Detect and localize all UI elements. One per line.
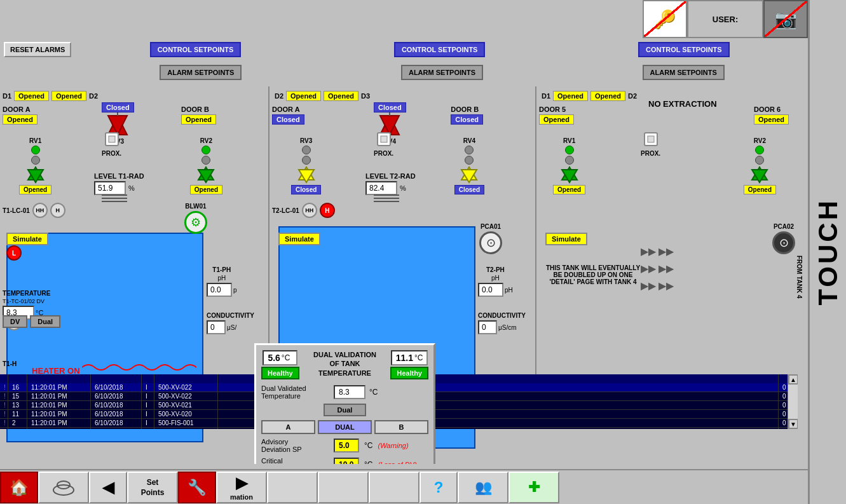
s3-d1-status[interactable]: Opened: [553, 91, 588, 101]
popup-title-area: DUAL VALIDATION OF TANK TEMPERATURE: [303, 350, 387, 378]
s2-d2-status[interactable]: Opened: [286, 91, 321, 101]
health-button[interactable]: ✚: [508, 472, 559, 503]
s3-rv2-indicator2: [755, 156, 764, 165]
s1-dv-button[interactable]: DV: [3, 315, 27, 328]
s2-h-circle: H: [320, 203, 335, 218]
popup-advisory-unit: °C: [364, 441, 372, 450]
popup-tab-a[interactable]: A: [261, 420, 315, 434]
alarm-setpoints-3-button[interactable]: ALARM SETPOINTS: [643, 65, 725, 80]
s1-rv1-status[interactable]: Opened: [19, 185, 51, 194]
s1-blw01-label: BLW01: [185, 203, 206, 210]
s2-rv4-valve-icon: [460, 166, 478, 184]
s2-level-value: 82.4: [365, 181, 397, 195]
s3-d1-label: D1: [542, 92, 550, 100]
alarm-scroll-up[interactable]: ▲: [788, 374, 798, 385]
s2-cond-label: CONDUCTIVITY: [478, 312, 526, 319]
s2-door-b-status[interactable]: Closed: [451, 114, 483, 125]
s2-d3-status[interactable]: Opened: [324, 91, 358, 101]
popup-sensor-b-status[interactable]: Healthy: [390, 367, 428, 379]
users-button[interactable]: 👥: [458, 472, 508, 503]
s2-door-a-label: DOOR A: [272, 106, 304, 113]
s1-rv2-status[interactable]: Opened: [190, 185, 222, 194]
s1-rv2-label: RV2: [200, 137, 212, 144]
s1-simulate-button[interactable]: Simulate: [6, 233, 48, 245]
s3-rv2-label: RV2: [754, 137, 766, 144]
control-setpoints-2-button[interactable]: CONTROL SETPOINTS: [394, 42, 486, 57]
s2-door-a-status[interactable]: Closed: [272, 114, 304, 125]
popup-tab-dual[interactable]: DUAL: [318, 420, 372, 434]
popup-title-line1: DUAL VALIDATION: [306, 350, 385, 359]
s2-rv4-indicator: [465, 146, 474, 154]
plant-button[interactable]: [38, 472, 89, 503]
set-points-button[interactable]: Set Points: [127, 472, 178, 503]
s3-door6-status[interactable]: Opened: [754, 114, 789, 125]
svg-rect-21: [648, 136, 654, 142]
s2-rv3-status[interactable]: Closed: [291, 185, 321, 194]
set-points-label-line1: Set: [147, 478, 159, 487]
s1-door-a-status[interactable]: Opened: [3, 114, 38, 125]
s2-simulate-button[interactable]: Simulate: [278, 233, 320, 245]
section1-level: LEVEL T1-RAD 51.9 %: [94, 172, 144, 195]
spacer-btn-3[interactable]: [369, 472, 420, 503]
s3-door5-status[interactable]: Opened: [539, 114, 574, 125]
section2-door-b: DOOR B Closed: [451, 106, 483, 125]
popup-dual-label: Dual ValidatedTemperature: [261, 385, 331, 400]
help-button[interactable]: ?: [420, 472, 458, 503]
control-setpoints-1-button[interactable]: CONTROL SETPOINTS: [150, 42, 242, 57]
popup-dual-unit: °C: [369, 388, 378, 397]
s1-d2-status[interactable]: Opened: [51, 91, 86, 101]
s1-rv1-indicator2: [31, 156, 40, 165]
popup-tab-b[interactable]: B: [374, 420, 428, 434]
spacer-btn-2[interactable]: [318, 472, 369, 503]
s1-d1-status[interactable]: Opened: [14, 91, 49, 101]
touch-text: TOUCH: [813, 198, 843, 306]
s1-level-label: LEVEL T1-RAD: [94, 172, 144, 180]
s1-door-b-label: DOOR B: [181, 106, 209, 113]
dual-validation-popup: 5.6 °C Healthy DUAL VALIDATION OF TANK T…: [254, 343, 435, 464]
s2-rv3-valve-icon: [297, 166, 315, 184]
popup-dual-button[interactable]: Dual: [324, 404, 367, 416]
s3-d2-status[interactable]: Opened: [590, 91, 625, 101]
reset-alarms-button[interactable]: RESET ALARMS: [4, 42, 71, 57]
s1-d2-label: D2: [89, 92, 98, 100]
section2-pca01: PCA01 ⊙: [479, 223, 502, 254]
section1-l-circle: L: [6, 245, 22, 261]
section3-arrows: ▶▶ ▶▶ ▶▶ ▶▶ ▶▶ ▶▶: [641, 245, 674, 292]
alarm-setpoints-1-button[interactable]: ALARM SETPOINTS: [160, 65, 242, 80]
s3-rv1-status[interactable]: Opened: [553, 185, 585, 194]
s1-t1lc-label: T1-LC-01: [3, 207, 30, 214]
s2-prox-icon: [374, 130, 393, 149]
back-button[interactable]: ◀: [89, 472, 127, 503]
s1-door-b-status[interactable]: Opened: [181, 114, 216, 125]
s3-simulate-button[interactable]: Simulate: [545, 233, 587, 245]
camera-icon[interactable]: 📷: [763, 0, 808, 38]
spacer-btn-1[interactable]: [267, 472, 318, 503]
s3-rv2-status[interactable]: Opened: [744, 185, 776, 194]
s1-h-circle: H: [50, 203, 65, 218]
s3-tank-message-text: THIS TANK WILL EVENTUALLY BE DOUBLED UP …: [545, 264, 641, 285]
section3-simulate: Simulate: [545, 233, 587, 245]
s3-rv1-valve-icon: [561, 166, 578, 184]
home-button[interactable]: 🏠: [0, 472, 38, 503]
s2-rv4-status[interactable]: Closed: [454, 185, 484, 194]
popup-sensor-a-value: 5.6: [268, 353, 280, 363]
section1-prox: PROX.: [102, 130, 121, 157]
home-icon: 🏠: [10, 479, 29, 496]
s1-cv3-status[interactable]: Closed: [102, 102, 134, 112]
control-setpoints-3-button[interactable]: CONTROL SETPOINTS: [638, 42, 730, 57]
popup-sensor-a-unit: °C: [282, 353, 290, 362]
info-button[interactable]: ▶ mation: [216, 472, 267, 503]
alarm-scroll-down[interactable]: ▼: [788, 419, 798, 429]
popup-critical-row: CriticalDeviation SP 10.0 °C (Loss of DV…: [261, 457, 428, 464]
popup-sensor-a-status[interactable]: Healthy: [261, 367, 299, 379]
s1-dual-button[interactable]: Dual: [30, 315, 60, 328]
section2-rv3: RV3 Closed: [291, 137, 321, 194]
alarm-setpoints-2-button[interactable]: ALARM SETPOINTS: [401, 65, 483, 80]
s2-cv4-status[interactable]: Closed: [374, 102, 406, 112]
popup-advisory-value: 5.0: [334, 439, 359, 453]
key-icon[interactable]: 🔑: [643, 0, 687, 38]
s1-ph-value: 0.0: [207, 283, 232, 297]
tools-button[interactable]: 🔧: [178, 472, 216, 503]
section3-door5: DOOR 5 Opened: [539, 106, 574, 125]
popup-sensor-row: 5.6 °C Healthy DUAL VALIDATION OF TANK T…: [261, 350, 428, 379]
